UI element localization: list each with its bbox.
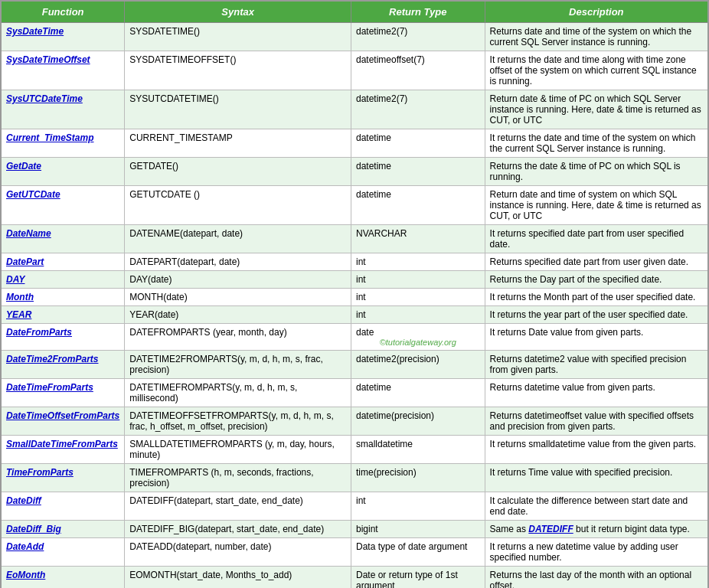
cell-function[interactable]: Month (1, 289, 125, 306)
cell-function[interactable]: SysUTCDateTime (1, 90, 125, 129)
cell-return-type: Data type of date argument (351, 538, 485, 567)
cell-description: Returns datetime value from given parts. (485, 379, 708, 407)
function-link[interactable]: EoMonth (6, 570, 45, 580)
cell-description: Returns specified date part from user gi… (485, 253, 708, 271)
cell-function[interactable]: SysDateTime (1, 23, 125, 51)
cell-return-type: int (351, 492, 485, 521)
cell-description: Returns date and time of the system on w… (485, 23, 708, 51)
cell-description: Returns the date & time of PC on which S… (485, 158, 708, 186)
table-row: SysDateTimeOffsetSYSDATETIMEOFFSET()date… (1, 51, 708, 90)
cell-syntax: YEAR(date) (125, 306, 351, 324)
table-row: DateTime2FromPartsDATETIME2FROMPARTS(y, … (1, 351, 708, 379)
cell-description: Same as DATEDIFF but it return bigint da… (485, 521, 708, 538)
cell-syntax: DATEDIFF(datepart, start_date, end_date) (125, 492, 351, 521)
table-row: DateNameDATENAME(datepart, date)NVARCHAR… (1, 225, 708, 253)
cell-function[interactable]: DateTimeOffsetFromParts (1, 407, 125, 436)
function-link[interactable]: DateName (6, 228, 51, 239)
watermark: ©tutorialgateway.org (356, 338, 480, 347)
cell-syntax: DATENAME(datepart, date) (125, 225, 351, 253)
cell-function[interactable]: TimeFromParts (1, 464, 125, 492)
function-link[interactable]: DateFromParts (6, 327, 72, 338)
cell-return-type: int (351, 271, 485, 289)
cell-function[interactable]: GetUTCDate (1, 186, 125, 225)
header-function: Function (1, 1, 125, 23)
function-link[interactable]: DateTimeOffsetFromParts (6, 410, 119, 421)
function-link[interactable]: GetDate (6, 161, 41, 172)
cell-syntax: DATETIME2FROMPARTS(y, m, d, h, m, s, fra… (125, 351, 351, 379)
cell-function[interactable]: DateTimeFromParts (1, 379, 125, 407)
cell-function[interactable]: SysDateTimeOffset (1, 51, 125, 90)
cell-description: It returns a new datetime value by addin… (485, 538, 708, 567)
function-link[interactable]: DateAdd (6, 541, 44, 552)
table-row: SmallDateTimeFromPartsSMALLDATETIMEFROMP… (1, 436, 708, 464)
cell-function[interactable]: DateDiff (1, 492, 125, 521)
cell-syntax: GETDATE() (125, 158, 351, 186)
function-link[interactable]: YEAR (6, 309, 31, 320)
cell-syntax: TIMEFROMPARTS (h, m, seconds, fractions,… (125, 464, 351, 492)
cell-description: It returns the Month part of the user sp… (485, 289, 708, 306)
cell-syntax: SMALLDATETIMEFROMPARTS (y, m, day, hours… (125, 436, 351, 464)
cell-description: Return date & time of PC on which SQL Se… (485, 90, 708, 129)
cell-syntax: DATEFROMPARTS (year, month, day) (125, 324, 351, 351)
table-row: SysUTCDateTimeSYSUTCDATETIME()datetime2(… (1, 90, 708, 129)
cell-syntax: MONTH(date) (125, 289, 351, 306)
function-link[interactable]: DateTime2FromParts (6, 354, 99, 364)
cell-return-type: date©tutorialgateway.org (351, 324, 485, 351)
table-row: SysDateTimeSYSDATETIME()datetime2(7)Retu… (1, 23, 708, 51)
cell-description: It returns the date and time of the syst… (485, 129, 708, 158)
cell-return-type: datetimeoffset(7) (351, 51, 485, 90)
function-link[interactable]: DateTimeFromParts (6, 382, 93, 393)
main-table: Function Syntax Return Type Description … (0, 0, 709, 588)
function-link[interactable]: SysDateTimeOffset (6, 54, 90, 65)
cell-syntax: DATETIMEFROMPARTS(y, m, d, h, m, s, mill… (125, 379, 351, 407)
cell-function[interactable]: EoMonth (1, 567, 125, 589)
function-link[interactable]: Month (6, 292, 34, 302)
cell-description: It returns Time value with specified pre… (485, 464, 708, 492)
cell-function[interactable]: DatePart (1, 253, 125, 271)
function-link[interactable]: SmallDateTimeFromParts (6, 439, 118, 449)
function-link[interactable]: SysDateTime (6, 26, 64, 37)
function-link[interactable]: DAY (6, 274, 25, 285)
cell-function[interactable]: DateFromParts (1, 324, 125, 351)
cell-return-type: datetime (351, 379, 485, 407)
function-link[interactable]: Current_TimeStamp (6, 132, 93, 143)
cell-return-type: Date or return type of 1st argument (351, 567, 485, 589)
cell-function[interactable]: DateDiff_Big (1, 521, 125, 538)
cell-syntax: CURRENT_TIMESTAMP (125, 129, 351, 158)
cell-description: Returns datetimeoffset value with specif… (485, 407, 708, 436)
cell-function[interactable]: DateTime2FromParts (1, 351, 125, 379)
cell-function[interactable]: DateName (1, 225, 125, 253)
table-row: DateTimeOffsetFromPartsDATETIMEOFFSETFRO… (1, 407, 708, 436)
cell-return-type: datetime(precision) (351, 407, 485, 436)
cell-return-type: bigint (351, 521, 485, 538)
function-link[interactable]: GetUTCDate (6, 189, 60, 200)
cell-syntax: EOMONTH(start_date, Months_to_add) (125, 567, 351, 589)
cell-syntax: SYSUTCDATETIME() (125, 90, 351, 129)
cell-function[interactable]: YEAR (1, 306, 125, 324)
cell-syntax: DAY(date) (125, 271, 351, 289)
cell-function[interactable]: Current_TimeStamp (1, 129, 125, 158)
cell-description: It returns smalldatetime value from the … (485, 436, 708, 464)
function-link[interactable]: DateDiff (6, 495, 41, 506)
table-row: DateDiff_BigDATEDIFF_BIG(datepart, start… (1, 521, 708, 538)
header-description: Description (485, 1, 708, 23)
table-row: DAYDAY(date)intReturns the Day part of t… (1, 271, 708, 289)
cell-description: It calculate the difference between star… (485, 492, 708, 521)
cell-function[interactable]: GetDate (1, 158, 125, 186)
table-row: GetUTCDateGETUTCDATE ()datetimeReturn da… (1, 186, 708, 225)
table-row: YEARYEAR(date)intIt returns the year par… (1, 306, 708, 324)
cell-function[interactable]: DAY (1, 271, 125, 289)
cell-function[interactable]: SmallDateTimeFromParts (1, 436, 125, 464)
table-row: MonthMONTH(date)intIt returns the Month … (1, 289, 708, 306)
cell-description: It returns Date value from given parts. (485, 324, 708, 351)
cell-description: Returns the Day part of the specified da… (485, 271, 708, 289)
datediff-link[interactable]: DATEDIFF (528, 524, 573, 534)
function-link[interactable]: TimeFromParts (6, 467, 74, 478)
table-row: DateAddDATEADD(datepart, number, date)Da… (1, 538, 708, 567)
cell-function[interactable]: DateAdd (1, 538, 125, 567)
function-link[interactable]: DateDiff_Big (6, 524, 61, 534)
function-link[interactable]: DatePart (6, 256, 44, 267)
cell-description: It returns specified date part from user… (485, 225, 708, 253)
function-link[interactable]: SysUTCDateTime (6, 93, 83, 104)
cell-syntax: DATEPART(datepart, date) (125, 253, 351, 271)
